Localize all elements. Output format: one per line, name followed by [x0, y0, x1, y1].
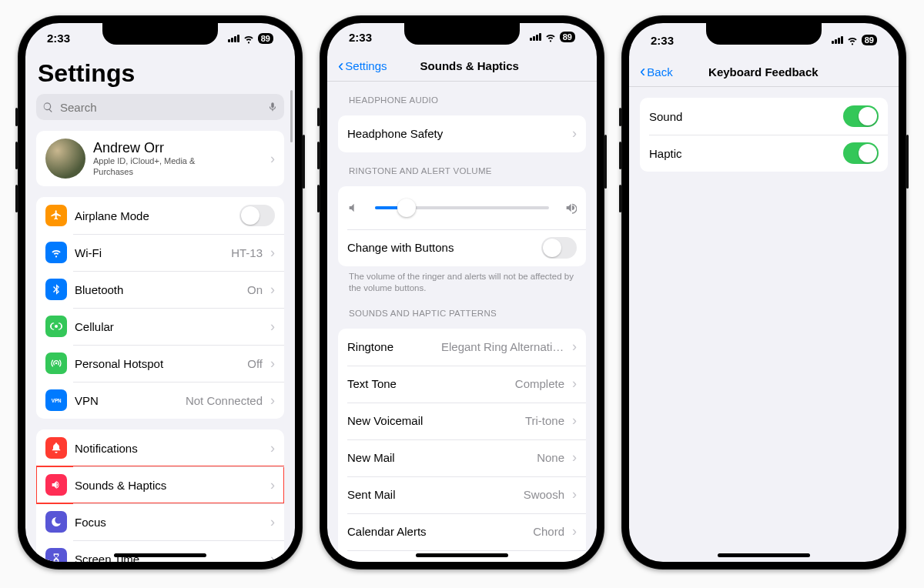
row-sound[interactable]: Sound [640, 98, 888, 135]
toggle-haptic[interactable] [843, 142, 879, 164]
chevron-right-icon: › [270, 356, 275, 372]
row-value: Not Connected [186, 394, 263, 407]
volume-low-icon [347, 202, 360, 214]
toggle-airplane[interactable] [239, 205, 275, 226]
row-label: Sounds & Haptics [75, 479, 166, 492]
row-value: HT-13 [231, 246, 263, 259]
chevron-right-icon: › [270, 282, 275, 298]
row-value: Tri-tone [525, 414, 564, 427]
nav-bar: ‹ Back Keyboard Feedback [629, 57, 899, 87]
row-text-tone[interactable]: Text ToneComplete› [338, 366, 586, 403]
chevron-right-icon: › [270, 319, 275, 335]
settings-row-airplane[interactable]: Airplane Mode [36, 197, 284, 234]
row-value: Elegant Ring Alternative / Cle… [441, 340, 564, 353]
home-indicator[interactable] [718, 553, 810, 557]
row-value: On [247, 283, 263, 296]
settings-row-speaker[interactable]: Sounds & Haptics› [36, 466, 284, 503]
row-label: Sound [649, 110, 682, 123]
chevron-right-icon: › [572, 339, 577, 355]
page-title: Settings [38, 59, 284, 88]
bell-icon [45, 437, 67, 459]
chevron-right-icon: › [572, 449, 577, 466]
home-indicator[interactable] [114, 553, 206, 557]
hourglass-icon [45, 548, 67, 562]
toggle-sound[interactable] [843, 105, 879, 127]
phone-frame-2: 2:33 89 ‹ Settings Sounds & Haptics HEAD… [320, 15, 604, 570]
settings-row-bell[interactable]: Notifications› [36, 429, 284, 466]
vpn-icon: VPN [45, 389, 67, 411]
row-calendar-alerts[interactable]: Calendar AlertsChord› [338, 513, 586, 550]
search-icon [42, 102, 54, 113]
row-headphone-safety[interactable]: Headphone Safety › [338, 115, 586, 152]
row-value: Chord [533, 525, 564, 538]
row-change-with-buttons[interactable]: Change with Buttons [338, 229, 586, 266]
nav-title: Keyboard Feedback [639, 65, 888, 79]
battery-indicator: 89 [258, 33, 273, 44]
volume-slider[interactable] [375, 206, 549, 209]
wifi-icon [45, 242, 67, 263]
row-value: Complete [515, 377, 564, 390]
row-new-mail[interactable]: New MailNone› [338, 439, 586, 476]
search-input[interactable] [59, 100, 263, 115]
chevron-right-icon: › [270, 514, 275, 530]
apple-id-subtitle: Apple ID, iCloud+, Media & Purchases [93, 156, 224, 178]
row-ringtone[interactable]: RingtoneElegant Ring Alternative / Cle…› [338, 329, 586, 366]
avatar [45, 139, 85, 179]
row-label: Cellular [75, 320, 114, 333]
status-time: 2:33 [651, 34, 674, 47]
settings-row-cellular[interactable]: Cellular› [36, 308, 284, 345]
settings-row-wifi[interactable]: Wi-FiHT-13› [36, 234, 284, 271]
section-header-patterns: SOUNDS AND HAPTIC PATTERNS [349, 309, 586, 318]
battery-indicator: 89 [560, 32, 575, 42]
settings-row-bluetooth[interactable]: BluetoothOn› [36, 271, 284, 308]
chevron-right-icon: › [270, 440, 275, 456]
row-haptic[interactable]: Haptic [640, 135, 888, 172]
home-indicator[interactable] [416, 553, 508, 557]
row-label: Focus [75, 516, 106, 529]
chevron-right-icon: › [270, 245, 275, 261]
row-label: Text Tone [347, 377, 397, 390]
toggle-change-with-buttons[interactable] [541, 237, 577, 259]
phone-frame-3: 2:33 89 ‹ Back Keyboard Feedback SoundHa… [621, 15, 906, 570]
row-label: Wi-Fi [75, 246, 102, 259]
row-label: New Voicemail [347, 414, 423, 427]
volume-slider-row [338, 186, 586, 229]
chevron-right-icon: › [572, 413, 577, 429]
bluetooth-icon [45, 279, 67, 300]
volume-high-icon [564, 202, 577, 214]
wifi-icon [846, 34, 859, 46]
row-label: Haptic [649, 147, 682, 160]
signal-icon [228, 35, 239, 42]
row-label: Airplane Mode [75, 209, 149, 222]
phone-frame-1: 2:33 89 Settings Andrew O [18, 15, 303, 570]
scroll-indicator[interactable] [290, 90, 293, 142]
apple-id-row[interactable]: Andrew Orr Apple ID, iCloud+, Media & Pu… [36, 131, 284, 186]
chevron-right-icon: › [572, 125, 577, 142]
row-value: Swoosh [524, 488, 564, 501]
settings-row-moon[interactable]: Focus› [36, 503, 284, 540]
row-new-voicemail[interactable]: New VoicemailTri-tone› [338, 403, 586, 439]
wifi-icon [544, 31, 557, 43]
chevron-right-icon: › [270, 551, 275, 562]
row-sent-mail[interactable]: Sent MailSwoosh› [338, 476, 586, 513]
settings-row-hourglass[interactable]: Screen Time› [36, 540, 284, 562]
footnote: The volume of the ringer and alerts will… [349, 271, 577, 295]
settings-row-vpn[interactable]: VPNVPNNot Connected› [36, 382, 284, 419]
row-label: Calendar Alerts [347, 525, 427, 538]
settings-row-hotspot[interactable]: Personal HotspotOff› [36, 345, 284, 382]
mic-icon[interactable] [267, 102, 278, 112]
row-value: Off [247, 357, 263, 370]
wifi-icon [243, 32, 255, 45]
moon-icon [45, 511, 67, 533]
row-label: Notifications [75, 442, 138, 455]
hotspot-icon [45, 352, 67, 374]
nav-bar: ‹ Settings Sounds & Haptics [327, 52, 597, 82]
chevron-right-icon: › [572, 523, 577, 540]
chevron-right-icon: › [572, 486, 577, 503]
chevron-right-icon: › [270, 151, 275, 167]
search-field[interactable] [36, 94, 284, 120]
battery-indicator: 89 [862, 35, 877, 45]
signal-icon [832, 36, 843, 44]
row-label: VPN [75, 394, 99, 407]
airplane-icon [45, 205, 67, 226]
